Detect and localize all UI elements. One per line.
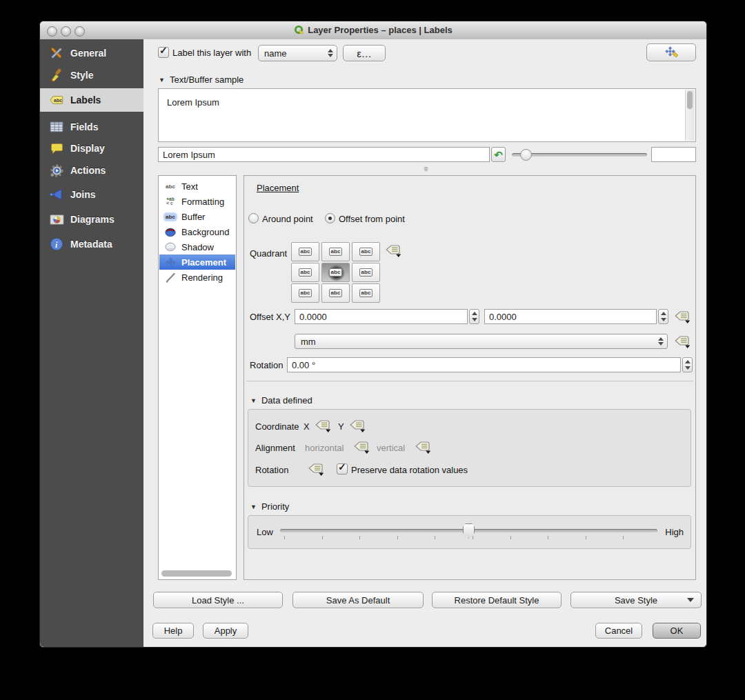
preserve-rotation-checkbox[interactable]: ✓	[337, 463, 348, 474]
alignment-label: Alignment	[255, 443, 295, 453]
collapse-triangle-icon: ▼	[250, 397, 257, 404]
offset-from-point-label: Offset from point	[339, 214, 405, 224]
label-layer-checkbox[interactable]: ✓	[158, 47, 169, 58]
priority-slider[interactable]	[280, 516, 657, 550]
offset-y-stepper[interactable]	[658, 309, 668, 324]
quadrant-above-button[interactable]: abc	[321, 242, 350, 261]
offset-from-point-radio[interactable]	[325, 213, 335, 223]
sidebar: General Style Labels Fields Display Acti…	[40, 39, 143, 647]
data-defined-icon	[673, 310, 691, 324]
load-style-button[interactable]: Load Style ...	[153, 592, 283, 608]
offset-x-field[interactable]: 0.0000	[295, 309, 468, 324]
tab-shadow[interactable]: Shadow	[159, 239, 235, 254]
coordinate-x-label: X	[304, 421, 310, 432]
rotation-stepper[interactable]	[682, 357, 693, 372]
collapse-triangle-icon: ▼	[159, 77, 165, 83]
text-abc-icon: abc	[163, 181, 177, 192]
sidebar-item-joins[interactable]: Joins	[40, 183, 143, 206]
around-point-radio[interactable]	[248, 213, 259, 223]
save-as-default-button[interactable]: Save As Default	[292, 592, 424, 608]
four-arrows-icon	[163, 257, 177, 268]
vertical-data-defined-button[interactable]	[414, 440, 432, 454]
sidebar-item-diagrams[interactable]: Diagrams	[40, 208, 143, 231]
priority-high-label: High	[665, 527, 684, 537]
sidebar-item-actions[interactable]: Actions	[40, 159, 143, 182]
tab-text[interactable]: abc Text	[159, 179, 235, 194]
priority-section-header[interactable]: ▼ Priority	[250, 501, 289, 512]
help-button[interactable]: Help	[152, 623, 194, 639]
sample-size-field[interactable]	[651, 147, 696, 162]
quadrant-right-button[interactable]: abc	[352, 263, 380, 282]
apply-button[interactable]: Apply	[203, 623, 248, 639]
tab-buffer[interactable]: abc Buffer	[159, 209, 235, 224]
coordinate-label: Coordinate	[255, 421, 299, 432]
sample-scrollbar[interactable]	[685, 90, 695, 141]
restore-default-style-button[interactable]: Restore Default Style	[432, 592, 562, 608]
sidebar-item-labels[interactable]: Labels	[40, 88, 143, 112]
around-point-label: Around point	[262, 214, 313, 224]
priority-box: Low High	[248, 515, 691, 549]
quadrant-below-right-button[interactable]: abc	[352, 283, 380, 303]
offset-y-field[interactable]: 0.0000	[484, 309, 657, 324]
rotation-label: Rotation	[250, 360, 283, 370]
expression-builder-button[interactable]: ε…	[343, 45, 386, 61]
quadrant-left-button[interactable]: abc	[291, 263, 319, 282]
sidebar-item-display[interactable]: Display	[40, 137, 143, 160]
offset-unit-select[interactable]: mm	[295, 334, 668, 349]
undo-icon: ↶	[494, 150, 503, 160]
select-arrows-icon	[327, 48, 334, 58]
background-icon	[163, 226, 177, 237]
sidebar-item-metadata[interactable]: Metadata	[40, 232, 143, 256]
tab-placement[interactable]: Placement	[159, 254, 235, 270]
layer-properties-dialog: Layer Properties – places | Labels Gener…	[39, 21, 707, 648]
tab-rendering[interactable]: Rendering	[159, 270, 235, 285]
data-defined-section-header[interactable]: ▼ Data defined	[250, 395, 312, 406]
tab-formatting[interactable]: +ab< c Formatting	[159, 194, 235, 209]
paintbrush-icon	[49, 68, 64, 82]
list-horizontal-scrollbar[interactable]	[161, 570, 232, 577]
quadrant-label: Quadrant	[250, 248, 287, 259]
ok-button[interactable]: OK	[653, 623, 701, 639]
quadrant-over-button[interactable]: abc	[321, 263, 350, 282]
content-area: ✓ Label this layer with name ε… ▼ Text/B…	[143, 39, 706, 647]
sidebar-item-fields[interactable]: Fields	[40, 115, 143, 139]
sidebar-item-style[interactable]: Style	[40, 63, 143, 87]
unit-data-defined-button[interactable]	[673, 334, 691, 349]
label-settings-list: abc Text +ab< c Formatting abc Buffer Ba…	[158, 175, 237, 580]
vertical-label: vertical	[377, 443, 405, 453]
splitter-grip[interactable]	[424, 167, 428, 172]
slider-handle[interactable]	[520, 149, 532, 161]
rotation-data-defined-button[interactable]	[307, 462, 325, 477]
tab-background[interactable]: Background	[159, 224, 235, 239]
sample-size-slider[interactable]	[512, 147, 647, 162]
field-select[interactable]: name	[258, 45, 337, 61]
cancel-button[interactable]: Cancel	[595, 623, 642, 639]
coordinate-y-data-defined-button[interactable]	[348, 419, 366, 433]
gear-icon	[49, 163, 64, 177]
quadrant-below-left-button[interactable]: abc	[291, 283, 319, 303]
dd-rotation-label: Rotation	[255, 465, 288, 475]
abc-tag-icon	[49, 93, 64, 107]
offset-data-defined-button[interactable]	[673, 310, 691, 324]
horizontal-data-defined-button[interactable]	[352, 440, 370, 454]
quadrant-below-button[interactable]: abc	[321, 283, 350, 303]
sample-section-header[interactable]: ▼ Text/Buffer sample	[159, 74, 244, 85]
coordinate-x-data-defined-button[interactable]	[314, 419, 332, 433]
automated-placement-button[interactable]	[646, 43, 696, 61]
offset-x-stepper[interactable]	[469, 309, 479, 324]
sidebar-item-general[interactable]: General	[40, 41, 143, 65]
speech-bubble-icon	[49, 141, 64, 155]
coordinate-y-label: Y	[338, 421, 344, 432]
quadrant-above-right-button[interactable]: abc	[352, 242, 380, 261]
save-style-dropdown-button[interactable]: Save Style	[570, 592, 702, 608]
rotation-field[interactable]: 0.00 °	[287, 357, 681, 372]
join-arrow-icon	[49, 188, 64, 201]
tools-icon	[49, 46, 64, 60]
quadrant-data-defined-button[interactable]	[384, 243, 402, 258]
quadrant-above-left-button[interactable]: abc	[291, 242, 319, 261]
sample-text-input[interactable]: Lorem Ipsum	[158, 147, 490, 162]
divider	[246, 381, 693, 381]
placement-title: Placement	[257, 183, 299, 193]
reset-sample-button[interactable]: ↶	[491, 147, 506, 162]
title-bar[interactable]: Layer Properties – places | Labels	[40, 21, 706, 40]
